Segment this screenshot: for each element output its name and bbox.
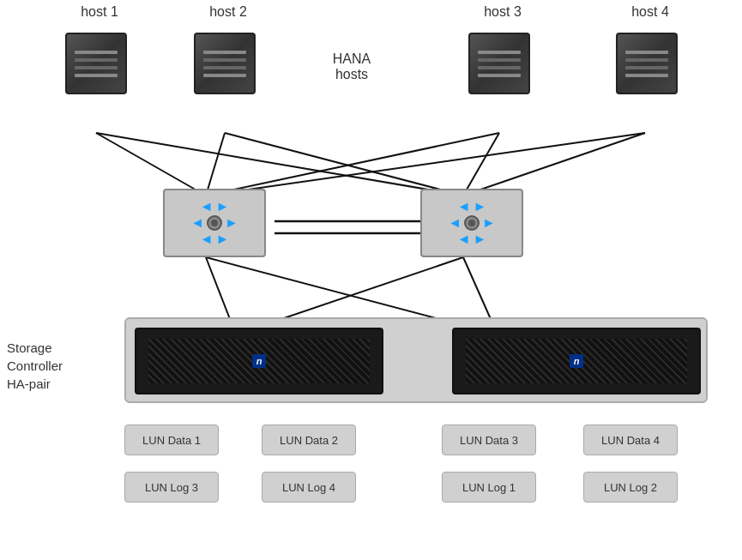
storage-controller-box: n n [124, 317, 708, 403]
svg-line-7 [463, 133, 645, 196]
lun-log-2: LUN Log 2 [583, 472, 678, 503]
server-host-4 [616, 33, 678, 94]
right-arrow-1: ► [216, 200, 230, 214]
lun-log-3: LUN Log 3 [124, 472, 219, 503]
left-arrow-1: ◄ [200, 200, 214, 214]
lun-data-2: LUN Data 2 [262, 425, 356, 455]
lun-data-1: LUN Data 1 [124, 425, 219, 455]
diagram-container: host 1 host 2 host 3 host 4 HANAhosts ◄ … [0, 0, 742, 560]
netapp-logo-1: n [252, 354, 267, 368]
netapp-mesh-1: n [148, 339, 369, 383]
netapp-logo-2: n [570, 354, 584, 368]
netapp-unit-1: n [135, 328, 383, 394]
lun-log-1: LUN Log 1 [442, 472, 536, 503]
fc-connector-2 [464, 215, 480, 231]
host-label-4: host 4 [616, 4, 685, 20]
svg-line-5 [463, 133, 499, 196]
left-arrow-4: ◄ [457, 200, 471, 214]
left-arrow-3: ◄ [200, 232, 214, 246]
svg-line-6 [206, 133, 645, 196]
left-arrow-6: ◄ [457, 232, 471, 246]
server-host-1 [65, 33, 127, 94]
server-host-3 [468, 33, 530, 94]
storage-controller-label: StorageControllerHA-pair [7, 339, 63, 393]
lun-data-4: LUN Data 4 [583, 425, 678, 455]
host-label-3: host 3 [468, 4, 537, 20]
netapp-mesh-2: n [466, 339, 686, 383]
svg-line-3 [225, 133, 463, 196]
server-host-2 [194, 33, 256, 94]
fc-switch-1: ◄ ► ◄ ► ◄ ► [163, 189, 266, 257]
right-arrow-4: ► [474, 200, 487, 214]
hana-label: HANAhosts [309, 51, 395, 82]
svg-line-0 [96, 133, 206, 196]
right-arrow-5: ► [482, 216, 496, 230]
fc-switch-2: ◄ ► ◄ ► ◄ ► [420, 189, 523, 257]
lun-log-4: LUN Log 4 [262, 472, 356, 503]
left-arrow-2: ◄ [190, 216, 204, 230]
fc-connector-1 [207, 215, 222, 231]
lun-data-3: LUN Data 3 [442, 425, 536, 455]
svg-line-1 [96, 133, 463, 196]
right-arrow-6: ► [474, 232, 487, 246]
right-arrow-2: ► [225, 216, 238, 230]
right-arrow-3: ► [216, 232, 230, 246]
left-arrow-5: ◄ [448, 216, 461, 230]
host-label-1: host 1 [65, 4, 134, 20]
host-label-2: host 2 [194, 4, 262, 20]
netapp-unit-2: n [452, 328, 701, 394]
svg-line-4 [206, 133, 499, 196]
svg-line-2 [206, 133, 225, 196]
